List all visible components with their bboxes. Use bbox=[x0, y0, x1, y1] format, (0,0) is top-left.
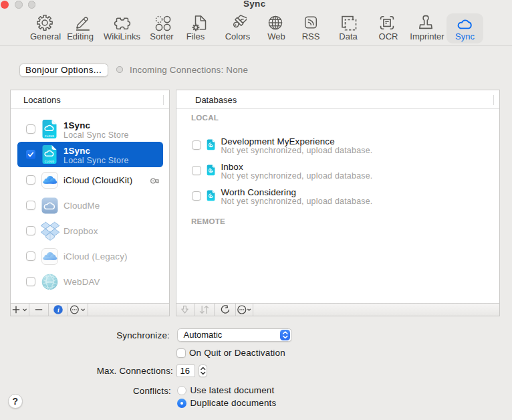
svg-text:CLOUD: CLOUD bbox=[44, 161, 53, 163]
svg-text:i: i bbox=[57, 306, 59, 313]
svg-text:CLOUD: CLOUD bbox=[44, 135, 53, 138]
